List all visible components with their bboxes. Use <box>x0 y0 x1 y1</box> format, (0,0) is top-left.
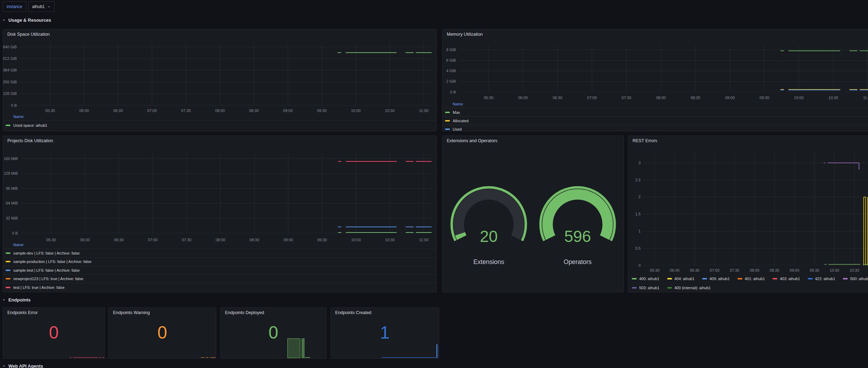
y-axis-tick-label: 4 GiB <box>442 69 456 73</box>
x-axis-tick-label: 07:00 <box>581 96 602 100</box>
gauge-label: Operators <box>536 258 620 266</box>
x-axis-tick-label: 08:00 <box>210 109 231 113</box>
chevron-down-icon: ⌄ <box>47 4 51 8</box>
panel-endpoints-error: Endpoints Error 0 <box>3 307 105 359</box>
legend-item[interactable]: sample-production | LFS: false | Archive… <box>3 257 436 266</box>
legend-item[interactable]: 404: aihub1 <box>667 277 695 281</box>
legend-header-name[interactable]: Name <box>443 100 868 108</box>
legend-series-swatch <box>6 125 10 126</box>
x-axis-tick-label: 06:00 <box>513 96 534 100</box>
legend-item[interactable]: 401: aihub1 <box>738 277 765 281</box>
x-axis-tick-label: 08:00 <box>650 96 671 100</box>
y-axis-tick-label: 160 MiB <box>3 157 18 161</box>
legend-item[interactable]: Used <box>443 125 868 131</box>
panel-title[interactable]: Projects Disk Utilization <box>7 138 53 143</box>
panel-endpoints-warning: Endpoints Warning 0 <box>108 307 216 359</box>
panel-title[interactable]: Endpoints Created <box>335 310 372 315</box>
variable-value-text: aihub1 <box>32 4 45 9</box>
panel-memory-utilization: Memory Utilization 0 B2 GiB4 GiB6 GiB8 G… <box>442 29 868 131</box>
y-axis-tick-label: 2 GiB <box>442 79 456 83</box>
panel-extensions-and-operators: Extensions and Operators 20 Extensions 5… <box>442 136 624 292</box>
x-axis-tick-label: 11:00 <box>857 96 868 100</box>
x-axis-tick-label: 10:30 <box>379 109 400 113</box>
legend-series-swatch <box>702 278 707 279</box>
x-axis-tick-label: 06:00 <box>73 109 94 113</box>
x-axis-tick-label: 08:30 <box>244 109 264 113</box>
x-axis-tick-label: 08:00 <box>744 268 765 272</box>
legend-item[interactable]: sample-dev | LFS: false | Archive: false <box>3 249 436 257</box>
section-header-web-api-agents[interactable]: ⌄ Web API Agents <box>2 363 43 368</box>
stat-value: 1 <box>331 324 439 341</box>
legend-series-swatch <box>445 112 450 113</box>
legend-item[interactable]: 503: aihub1 <box>632 286 659 290</box>
y-axis-tick-label: 128 GiB <box>3 91 17 96</box>
section-title: Endpoints <box>8 297 31 303</box>
timeseries-plot <box>21 153 433 233</box>
legend-series-label: sample-production | LFS: false | Archive… <box>13 259 91 264</box>
legend-item[interactable]: 422: aihub1 <box>808 277 835 281</box>
panel-projects-disk-utilization: Projects Disk Utilization 0 B32 MiB64 Mi… <box>3 136 437 292</box>
panel-title[interactable]: Memory Utilization <box>447 32 483 37</box>
y-axis-tick-label: 64 MiB <box>3 201 18 205</box>
legend-item[interactable]: 409: aihub1 <box>702 277 730 281</box>
section-header-usage-resources[interactable]: ⌄ Usage & Resources <box>2 18 51 23</box>
legend-header-name[interactable]: Name <box>3 113 436 120</box>
legend-series-label: Used <box>453 127 462 131</box>
variable-value-dropdown[interactable]: aihub1 ⌄ <box>28 1 55 12</box>
legend-item[interactable]: test | LFS: true | Archive: false <box>3 283 436 292</box>
legend-series-swatch <box>445 120 450 121</box>
legend-item[interactable]: 400: aihub1 <box>632 277 659 281</box>
x-axis-tick-label: 10:30 <box>844 268 865 272</box>
template-variable-instance: instance aihub1 ⌄ <box>3 1 55 12</box>
legend-series-label: sample-test | LFS: false | Archive: fals… <box>13 268 80 272</box>
legend-series-swatch <box>843 278 848 279</box>
x-axis-tick-label: 09:30 <box>804 268 825 272</box>
panel-title[interactable]: Endpoints Deployed <box>225 310 264 315</box>
x-axis-tick-label: 07:00 <box>142 109 163 113</box>
legend-series-swatch <box>6 278 10 279</box>
legend-series-label: 400: aihub1 <box>639 277 659 281</box>
legend-item[interactable]: 500: aihub1 <box>843 277 868 281</box>
y-axis-tick-label: 256 GiB <box>3 80 17 84</box>
panel-rest-errors: REST Errors 00.511.522.5305:3006:0006:30… <box>628 136 868 292</box>
legend-item[interactable]: Max <box>443 108 868 116</box>
x-axis-tick-label: 06:30 <box>684 268 705 272</box>
legend-item[interactable]: newproject123 | LFS: true | Archive: fal… <box>3 275 436 283</box>
section-title: Usage & Resources <box>8 18 51 23</box>
x-axis-tick-label: 07:30 <box>616 96 637 100</box>
legend-item[interactable]: Allocated <box>443 116 868 125</box>
panel-title[interactable]: Disk Space Utilization <box>7 32 50 37</box>
legend: Namesample-dev | LFS: false | Archive: f… <box>3 241 436 292</box>
legend-item[interactable]: Used space: aihub1 <box>3 120 436 130</box>
section-header-endpoints[interactable]: ⌄ Endpoints <box>2 297 30 303</box>
stat-sparkline <box>221 338 326 358</box>
legend-series-label: 503: aihub1 <box>639 286 659 290</box>
legend-item[interactable]: sample-test | LFS: false | Archive: fals… <box>3 266 436 275</box>
legend-series-label: test | LFS: true | Archive: false <box>13 285 64 290</box>
x-axis-tick-label: 11:00 <box>413 109 434 113</box>
legend-row: 400: aihub1404: aihub1409: aihub1401: ai… <box>632 275 868 283</box>
legend-item[interactable]: 403: aihub1 <box>772 277 800 281</box>
legend-series-swatch <box>667 287 672 289</box>
panel-disk-space-utilization: Disk Space Utilization 0 B128 GiB256 GiB… <box>3 29 437 131</box>
y-axis-tick-label: 0 B <box>3 231 18 235</box>
legend: NameUsed space: aihub1 <box>3 113 436 130</box>
y-axis-tick-label: 640 GiB <box>3 45 17 49</box>
panel-title[interactable]: Extensions and Operators <box>447 138 497 143</box>
legend-series-label: newproject123 | LFS: true | Archive: fal… <box>13 277 83 281</box>
section-title: Web API Agents <box>8 363 43 368</box>
x-axis-tick-label: 09:00 <box>277 109 298 113</box>
panel-title[interactable]: REST Errors <box>633 138 657 143</box>
panel-title[interactable]: Endpoints Error <box>7 310 38 315</box>
chevron-down-icon: ⌄ <box>2 16 6 22</box>
panel-title[interactable]: Endpoints Warning <box>113 310 150 315</box>
variable-label: instance <box>3 1 26 12</box>
legend-item[interactable]: 400 (internal): aihub1 <box>667 286 711 290</box>
gauge-label: Extensions <box>447 258 531 266</box>
legend-header-name[interactable]: Name <box>3 241 436 249</box>
legend-series-swatch <box>738 278 742 279</box>
y-axis-tick-label: 1 <box>628 229 641 233</box>
x-axis-tick-label: 10:30 <box>823 96 844 100</box>
timeseries-plot <box>643 152 868 265</box>
legend-series-label: 403: aihub1 <box>780 277 800 281</box>
